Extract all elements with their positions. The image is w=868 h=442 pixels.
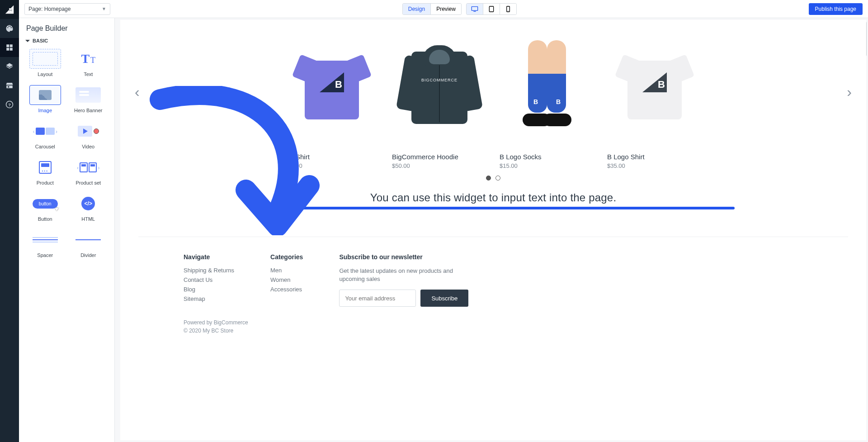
product-card[interactable]: B BC Shirt $20.00: [284, 38, 379, 169]
productset-icon: ‹›: [72, 157, 104, 177]
footer-link[interactable]: Women: [270, 276, 303, 283]
rail-store-icon[interactable]: [0, 76, 19, 95]
product-image: BIGCOMMERCE: [392, 38, 487, 133]
page-selector[interactable]: Page: Homepage ▼: [24, 3, 110, 15]
footer-col-subscribe: Subscribe to our newsletter Get the late…: [339, 253, 475, 307]
copyright: © 2020 My BC Store: [184, 327, 803, 335]
footer-heading: Navigate: [184, 253, 234, 261]
rail-layers-icon[interactable]: [0, 57, 19, 76]
rail-help-icon[interactable]: ?: [0, 95, 19, 114]
widget-productset[interactable]: ‹›Product set: [67, 157, 110, 185]
footer-link[interactable]: Sitemap: [184, 295, 234, 302]
footer-link[interactable]: Contact Us: [184, 276, 234, 283]
svg-text:B: B: [658, 79, 665, 90]
mode-design[interactable]: Design: [403, 4, 431, 14]
product-card[interactable]: BIGCOMMERCE BigCommerce Hoodie $50.00: [392, 38, 487, 169]
footer-col-categories: Categories Men Women Accessories: [270, 253, 303, 307]
widget-text[interactable]: TText: [67, 49, 110, 77]
product-price: $15.00: [500, 162, 594, 169]
footer-heading: Subscribe to our newsletter: [339, 253, 475, 261]
rail-widgets-icon[interactable]: [0, 38, 19, 57]
publish-button[interactable]: Publish this page: [809, 3, 863, 15]
carousel-prev[interactable]: ‹: [132, 83, 142, 101]
widget-hero[interactable]: Hero Banner: [67, 85, 110, 113]
carousel-icon: ‹›: [29, 121, 61, 141]
panel-title: Page Builder: [19, 18, 114, 36]
footer-col-navigate: Navigate Shipping & Returns Contact Us B…: [184, 253, 234, 307]
widget-panel: Page Builder BASIC Layout TText Image He…: [19, 18, 115, 442]
svg-rect-4: [10, 44, 13, 47]
svg-rect-5: [6, 48, 9, 51]
topbar: Page: Homepage ▼ Design Preview Publish …: [19, 0, 868, 18]
brand-logo[interactable]: [0, 0, 19, 19]
product-carousel: ‹ B BC Shirt $20.00 BIGCOMMERCE: [138, 38, 848, 169]
hero-icon: [72, 85, 104, 105]
widget-drop-indicator: [252, 207, 735, 209]
svg-text:B: B: [335, 79, 342, 90]
footer-link[interactable]: Men: [270, 267, 303, 274]
svg-rect-6: [10, 48, 13, 51]
rail-theme-icon[interactable]: [0, 19, 19, 38]
product-name: B Logo Socks: [500, 153, 594, 161]
widget-divider[interactable]: Divider: [67, 230, 110, 258]
image-icon: [29, 85, 61, 105]
text-widget[interactable]: You can use this widget to input text in…: [138, 191, 848, 204]
svg-rect-11: [489, 6, 493, 12]
viewport-mobile[interactable]: [500, 4, 516, 14]
svg-rect-2: [9, 10, 12, 12]
html-icon: </>: [72, 194, 104, 214]
footer-link[interactable]: Shipping & Returns: [184, 267, 234, 274]
carousel-next[interactable]: ›: [844, 83, 854, 101]
widget-image[interactable]: Image: [24, 85, 67, 113]
product-card[interactable]: BB B Logo Socks $15.00: [500, 38, 594, 169]
product-image: B: [284, 38, 379, 133]
product-card[interactable]: B B Logo Shirt $35.00: [607, 38, 702, 169]
layout-icon: [29, 49, 61, 69]
carousel-dot[interactable]: [486, 176, 491, 181]
widget-html[interactable]: </>HTML: [67, 194, 110, 222]
footer-legal: Powered by BigCommerce © 2020 My BC Stor…: [138, 311, 848, 342]
subscribe-email-input[interactable]: [339, 290, 416, 307]
chevron-down-icon: ▼: [102, 6, 106, 11]
button-icon: button: [29, 194, 61, 214]
product-icon: [29, 157, 61, 177]
video-icon: [72, 121, 104, 141]
page-canvas: ‹ B BC Shirt $20.00 BIGCOMMERCE: [120, 20, 866, 440]
svg-rect-9: [472, 6, 477, 10]
product-price: $35.00: [607, 162, 702, 169]
app-rail: ?: [0, 0, 19, 442]
widget-product[interactable]: Product: [24, 157, 67, 185]
widget-carousel[interactable]: ‹›Carousel: [24, 121, 67, 149]
section-basic[interactable]: BASIC: [19, 36, 114, 45]
carousel-dots: [138, 176, 848, 181]
product-name: BC Shirt: [284, 153, 379, 161]
product-price: $50.00: [392, 162, 487, 169]
footer-desc: Get the latest updates on new products a…: [339, 267, 475, 283]
widget-layout[interactable]: Layout: [24, 49, 67, 77]
spacer-icon: [29, 230, 61, 250]
viewport-toggle: [466, 3, 517, 15]
product-price: $20.00: [284, 162, 379, 169]
product-name: BigCommerce Hoodie: [392, 153, 487, 161]
page-selector-label: Page: Homepage: [28, 6, 71, 12]
svg-point-13: [508, 10, 508, 11]
footer-heading: Categories: [270, 253, 303, 261]
svg-text:?: ?: [8, 102, 11, 107]
viewport-desktop[interactable]: [467, 4, 483, 14]
widget-button[interactable]: buttonButton: [24, 194, 67, 222]
product-name: B Logo Shirt: [607, 153, 702, 161]
svg-rect-1: [9, 8, 12, 10]
divider-icon: [72, 230, 104, 250]
viewport-tablet[interactable]: [483, 4, 500, 14]
product-image: BB: [500, 38, 594, 133]
widget-spacer[interactable]: Spacer: [24, 230, 67, 258]
page-footer: Navigate Shipping & Returns Contact Us B…: [138, 237, 848, 311]
subscribe-button[interactable]: Subscribe: [420, 290, 468, 307]
carousel-dot[interactable]: [495, 176, 500, 181]
footer-link[interactable]: Accessories: [270, 286, 303, 293]
widget-video[interactable]: Video: [67, 121, 110, 149]
footer-link[interactable]: Blog: [184, 286, 234, 293]
product-image: B: [607, 38, 702, 133]
canvas-scroll[interactable]: ‹ B BC Shirt $20.00 BIGCOMMERCE: [115, 18, 868, 442]
mode-preview[interactable]: Preview: [431, 4, 461, 14]
